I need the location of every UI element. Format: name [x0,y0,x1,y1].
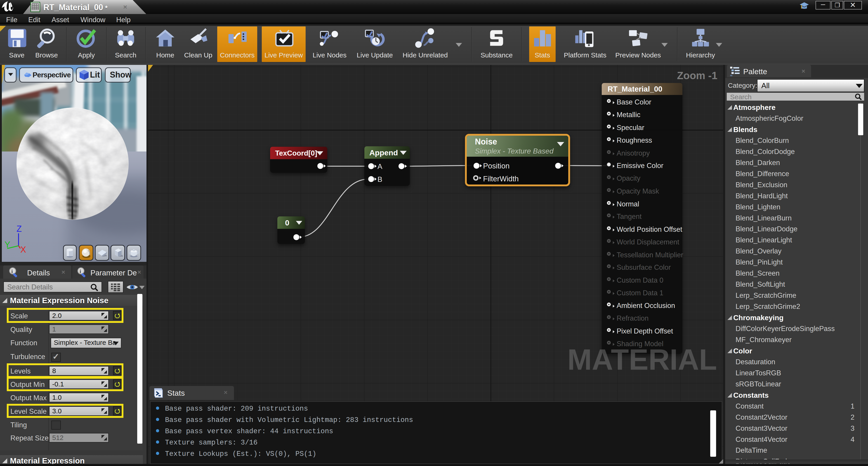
svg-text:Z: Z [17,224,22,234]
svg-text:i: i [11,269,13,274]
svg-text:Y: Y [4,240,10,249]
svg-text:X: X [20,245,26,253]
svg-text:i: i [80,269,81,274]
